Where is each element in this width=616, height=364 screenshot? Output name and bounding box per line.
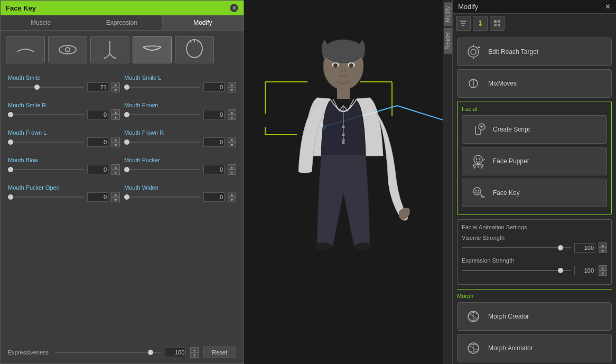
tab-expression[interactable]: Expression	[81, 15, 162, 30]
svg-rect-33	[498, 20, 500, 23]
face-key-button[interactable]: Face Key	[462, 179, 607, 207]
svg-point-19	[355, 242, 372, 251]
controls-grid: Mouth Smile ▲ ▼	[8, 74, 236, 208]
mouth-smile-r-up[interactable]: ▲	[111, 109, 120, 115]
mouth-frown-r-thumb[interactable]	[124, 139, 129, 145]
mouth-smile-r-down[interactable]: ▼	[111, 115, 120, 120]
mouth-pucker-thumb[interactable]	[124, 167, 129, 172]
mouth-smile-thumb[interactable]	[34, 85, 40, 90]
tab-modify[interactable]: Modify	[163, 15, 244, 30]
mouth-pucker-up[interactable]: ▲	[228, 164, 236, 170]
expression-down[interactable]: ▼	[599, 270, 607, 276]
viseme-input[interactable]	[574, 243, 595, 253]
svg-point-28	[342, 138, 345, 142]
modify-strip-label[interactable]: Modify	[444, 2, 452, 26]
expressiveness-thumb[interactable]	[148, 350, 153, 355]
toolbar-filter-icon[interactable]	[456, 16, 471, 31]
mouth-smile-input[interactable]	[87, 82, 108, 92]
mouth-icon-btn[interactable]	[133, 36, 172, 63]
mouth-blow-input[interactable]	[87, 165, 108, 174]
viseme-up[interactable]: ▲	[599, 242, 607, 248]
expressiveness-input[interactable]	[165, 348, 186, 357]
facial-section-header: Facial	[462, 106, 607, 112]
control-mouth-frown: Mouth Frown ▲ ▼	[124, 102, 236, 120]
mouth-pucker-open-label: Mouth Pucker Open	[8, 184, 120, 191]
mouth-pucker-open-up[interactable]: ▲	[111, 192, 120, 197]
mouth-frown-r-up[interactable]: ▲	[228, 137, 236, 142]
mouth-widen-input[interactable]	[203, 192, 225, 202]
create-script-label: Create Script	[493, 126, 530, 133]
mouth-smile-l-up[interactable]: ▲	[228, 82, 236, 87]
mouth-frown-l-input[interactable]	[87, 137, 108, 147]
face-key-panel: Face Key ✕ Muscle Expression Modify	[0, 0, 244, 364]
eye-icon-btn[interactable]	[48, 36, 87, 63]
mouth-frown-l-up[interactable]: ▲	[111, 137, 120, 142]
mouth-smile-l-thumb[interactable]	[124, 85, 129, 90]
viewport	[244, 0, 443, 364]
mouth-smile-down[interactable]: ▼	[111, 87, 120, 92]
expression-up[interactable]: ▲	[599, 265, 607, 270]
eyebrow-icon-btn[interactable]	[6, 36, 45, 63]
right-toolbar	[453, 14, 616, 33]
close-button[interactable]: ✕	[230, 4, 238, 12]
nose-icon-btn[interactable]	[90, 36, 129, 63]
morph-animator-button[interactable]: Morph Animator	[457, 334, 612, 362]
mouth-widen-up[interactable]: ▲	[228, 192, 236, 197]
animation-settings-header: Facial Animation Settings	[462, 224, 607, 230]
mouth-frown-l-down[interactable]: ▼	[111, 142, 120, 147]
viseme-down[interactable]: ▼	[599, 248, 607, 253]
mouth-frown-input[interactable]	[203, 110, 225, 119]
mouth-widen-down[interactable]: ▼	[228, 197, 236, 202]
mouth-frown-r-input[interactable]	[203, 137, 225, 147]
svg-point-26	[342, 141, 345, 144]
expression-input[interactable]	[574, 266, 595, 275]
expressiveness-up[interactable]: ▲	[190, 347, 199, 352]
mouth-smile-up[interactable]: ▲	[111, 82, 120, 87]
morph-creator-button[interactable]: Morph Creator	[457, 302, 612, 331]
toolbar-grid-icon[interactable]	[490, 16, 505, 31]
mouth-blow-down[interactable]: ▼	[111, 170, 120, 175]
face-puppet-button[interactable]: Face Puppet	[462, 147, 607, 175]
mouth-frown-l-thumb[interactable]	[8, 139, 13, 145]
control-mouth-pucker: Mouth Pucker ▲ ▼	[124, 157, 236, 175]
mouth-frown-r-down[interactable]: ▼	[228, 142, 236, 147]
mouth-frown-up[interactable]: ▲	[228, 109, 236, 115]
mouth-smile-r-thumb[interactable]	[8, 112, 13, 117]
mouth-frown-thumb[interactable]	[124, 112, 129, 117]
svg-point-22	[333, 63, 338, 68]
mouth-smile-l-down[interactable]: ▼	[228, 87, 236, 92]
face-icon-btn[interactable]	[175, 36, 214, 63]
mouth-pucker-down[interactable]: ▼	[228, 170, 236, 175]
control-mouth-pucker-open: Mouth Pucker Open ▲ ▼	[8, 184, 120, 202]
create-script-button[interactable]: Create Script	[462, 115, 607, 144]
mixmoves-button[interactable]: MixMoves	[457, 69, 612, 98]
mouth-widen-thumb[interactable]	[124, 194, 129, 200]
right-panel-header: Modify ✕	[453, 0, 616, 14]
mouth-blow-up[interactable]: ▲	[111, 164, 120, 170]
tab-muscle[interactable]: Muscle	[1, 15, 81, 30]
reset-button[interactable]: Reset	[203, 347, 236, 358]
face-key-label: Face Key	[493, 189, 520, 197]
edit-reach-target-button[interactable]: Edit Reach Target	[457, 38, 612, 66]
mouth-smile-l-input[interactable]	[203, 82, 225, 92]
viseme-slider-thumb[interactable]	[558, 245, 563, 250]
mouth-smile-r-input[interactable]	[87, 110, 108, 119]
mouth-pucker-input[interactable]	[203, 165, 225, 174]
svg-point-48	[473, 188, 481, 195]
tab-bar: Muscle Expression Modify	[1, 15, 244, 31]
mouth-pucker-open-input[interactable]	[87, 192, 108, 202]
morph-creator-label: Morph Creator	[488, 313, 529, 320]
render-strip-label[interactable]: Render	[444, 28, 452, 54]
right-panel-close[interactable]: ✕	[605, 3, 611, 11]
expression-slider-thumb[interactable]	[558, 268, 563, 273]
svg-point-50	[478, 190, 480, 192]
mouth-frown-down[interactable]: ▼	[228, 115, 236, 120]
mouth-pucker-open-down[interactable]: ▼	[111, 197, 120, 202]
controls-area: Mouth Smile ▲ ▼	[1, 69, 244, 341]
expressiveness-down[interactable]: ▼	[190, 352, 199, 358]
modify-strip: Modify Render	[443, 0, 452, 364]
toolbar-move-icon[interactable]	[473, 16, 488, 31]
mouth-pucker-open-thumb[interactable]	[8, 194, 13, 200]
svg-line-51	[480, 194, 484, 198]
mouth-blow-thumb[interactable]	[8, 167, 13, 172]
